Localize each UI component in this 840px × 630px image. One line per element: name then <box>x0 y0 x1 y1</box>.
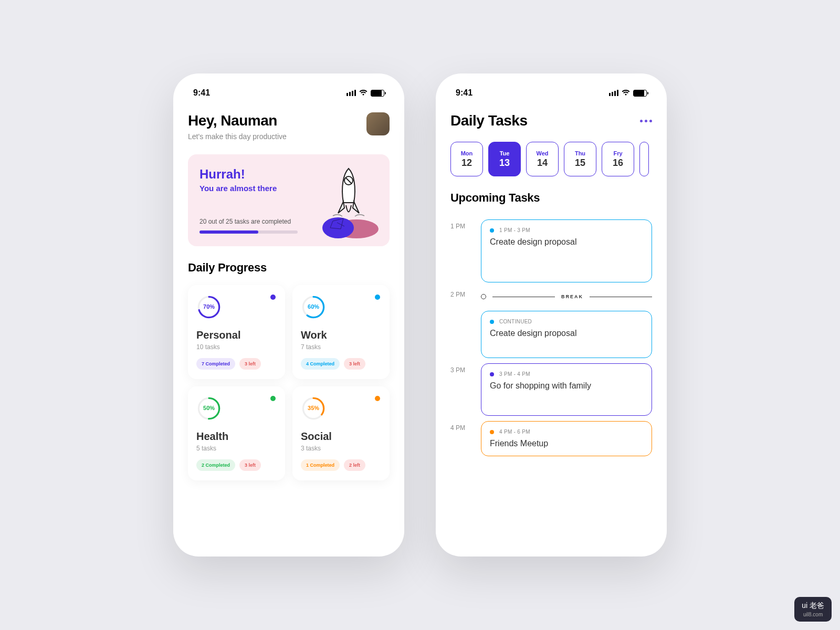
status-icons <box>609 90 647 97</box>
daily-header: Daily Tasks <box>450 112 652 129</box>
card-badges: 7 Completed 3 left <box>196 358 277 370</box>
svg-text:35%: 35% <box>308 405 319 411</box>
hurrah-card[interactable]: Hurrah! You are almost there 20 out of 2… <box>188 154 390 246</box>
header: Hey, Nauman Let's make this day producti… <box>188 112 390 141</box>
hurrah-progress-bar <box>200 230 298 234</box>
progress-ring: 50% <box>196 396 222 421</box>
progress-card-social[interactable]: 35% Social 3 tasks 1 Completed 2 left <box>292 386 390 480</box>
status-bar: 9:41 <box>450 86 652 106</box>
date-pill-16[interactable]: Fry16 <box>602 142 634 176</box>
task-meta: CONTINUED <box>490 319 643 324</box>
date-pill-13[interactable]: Tue13 <box>488 142 521 176</box>
date-day: Thu <box>575 150 585 156</box>
date-day: Mon <box>461 150 473 156</box>
progress-section-title: Daily Progress <box>188 261 390 275</box>
task-dot <box>490 430 494 434</box>
wifi-icon <box>359 90 368 96</box>
badge-left: 3 left <box>344 358 365 370</box>
card-tasks: 5 tasks <box>196 445 277 452</box>
card-tasks: 7 tasks <box>301 343 381 351</box>
date-num: 14 <box>537 158 548 169</box>
svg-text:50%: 50% <box>203 405 215 411</box>
task-row: CONTINUED Create design proposal <box>450 311 652 358</box>
card-name: Social <box>301 430 381 443</box>
date-pill-15[interactable]: Thu15 <box>564 142 596 176</box>
wifi-icon <box>622 90 630 96</box>
card-tasks: 10 tasks <box>196 343 277 351</box>
task-title: Go for shopping with family <box>490 381 643 391</box>
signal-icon <box>609 90 618 96</box>
task-card[interactable]: 4 PM - 6 PM Friends Meetup <box>481 421 652 456</box>
greeting: Hey, Nauman <box>188 112 287 129</box>
badge-completed: 4 Completed <box>301 358 340 370</box>
task-row: 1 PM 1 PM - 3 PM Create design proposal <box>450 219 652 282</box>
rocket-icon <box>307 161 385 245</box>
status-dot <box>375 396 380 401</box>
date-day: Wed <box>536 150 548 156</box>
progress-card-work[interactable]: 60% Work 7 tasks 4 Completed 3 left <box>292 285 390 379</box>
upcoming-title: Upcoming Tasks <box>450 191 652 205</box>
svg-text:70%: 70% <box>203 303 215 310</box>
date-num: 13 <box>499 158 510 169</box>
task-card[interactable]: CONTINUED Create design proposal <box>481 311 652 358</box>
break-divider: BREAK <box>481 294 652 299</box>
task-title: Create design proposal <box>490 237 643 247</box>
task-title: Create design proposal <box>490 329 643 338</box>
progress-card-personal[interactable]: 70% Personal 10 tasks 7 Completed 3 left <box>188 285 285 379</box>
task-row: 4 PM 4 PM - 6 PM Friends Meetup <box>450 421 652 456</box>
battery-icon <box>371 90 384 97</box>
task-meta: 3 PM - 4 PM <box>490 371 643 377</box>
date-strip[interactable]: Mon12Tue13Wed14Thu15Fry16 <box>450 142 652 176</box>
avatar[interactable] <box>366 112 390 135</box>
svg-point-1 <box>322 217 354 238</box>
status-icons <box>346 90 384 97</box>
badge-completed: 7 Completed <box>196 358 235 370</box>
task-meta: 4 PM - 6 PM <box>490 429 643 435</box>
break-label: BREAK <box>561 294 583 299</box>
task-time: 1 PM - 3 PM <box>499 227 530 233</box>
task-time: 3 PM - 4 PM <box>499 371 530 377</box>
date-pill-12[interactable]: Mon12 <box>450 142 483 176</box>
card-badges: 4 Completed 3 left <box>301 358 381 370</box>
date-pill-next[interactable] <box>639 142 649 176</box>
date-num: 12 <box>461 158 472 169</box>
time-label: 4 PM <box>450 421 474 456</box>
progress-ring: 60% <box>301 295 326 320</box>
more-icon[interactable] <box>640 120 652 122</box>
progress-grid: 70% Personal 10 tasks 7 Completed 3 left… <box>188 285 390 480</box>
card-name: Personal <box>196 329 277 341</box>
badge-completed: 2 Completed <box>196 459 235 471</box>
progress-card-health[interactable]: 50% Health 5 tasks 2 Completed 3 left <box>188 386 285 480</box>
card-tasks: 3 tasks <box>301 445 381 452</box>
time-label: 2 PM <box>450 288 474 306</box>
card-badges: 2 Completed 3 left <box>196 459 277 471</box>
status-time: 9:41 <box>193 88 210 98</box>
svg-text:60%: 60% <box>308 303 319 310</box>
task-time: 4 PM - 6 PM <box>499 429 530 435</box>
battery-icon <box>633 90 647 97</box>
task-card[interactable]: 1 PM - 3 PM Create design proposal <box>481 219 652 282</box>
task-row: 2 PM BREAK <box>450 288 652 306</box>
status-bar: 9:41 <box>188 86 390 106</box>
task-row: 3 PM 3 PM - 4 PM Go for shopping with fa… <box>450 363 652 416</box>
task-dot <box>490 372 494 376</box>
task-title: Friends Meetup <box>490 439 643 448</box>
date-day: Fry <box>613 150 622 156</box>
progress-ring: 35% <box>301 396 326 421</box>
task-dot <box>490 320 494 324</box>
task-time: CONTINUED <box>499 319 532 324</box>
date-num: 15 <box>575 158 585 169</box>
time-label <box>450 311 474 358</box>
date-pill-14[interactable]: Wed14 <box>526 142 559 176</box>
signal-icon <box>346 90 356 96</box>
date-day: Tue <box>500 150 510 156</box>
time-label: 3 PM <box>450 363 474 416</box>
time-label: 1 PM <box>450 219 474 282</box>
task-meta: 1 PM - 3 PM <box>490 227 643 233</box>
tasks-list: 1 PM 1 PM - 3 PM Create design proposal … <box>450 214 652 456</box>
status-dot <box>270 396 276 401</box>
task-card[interactable]: 3 PM - 4 PM Go for shopping with family <box>481 363 652 416</box>
badge-left: 3 left <box>239 459 261 471</box>
status-time: 9:41 <box>456 88 472 98</box>
date-num: 16 <box>613 158 623 169</box>
